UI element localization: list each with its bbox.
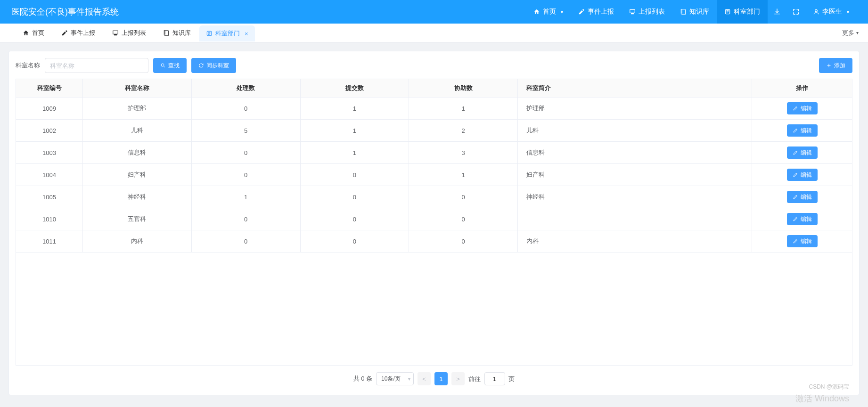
- edit-button[interactable]: 编辑: [787, 102, 818, 114]
- filter-input[interactable]: [45, 58, 148, 73]
- table-empty-space: [16, 252, 852, 366]
- nav-label: 知识库: [689, 8, 709, 16]
- home-icon: [533, 8, 540, 15]
- fullscreen-button[interactable]: [786, 0, 805, 24]
- panel: 科室名称 查找 同步科室 添加 科室编号 科室名称 处理数: [8, 51, 860, 395]
- nav-home[interactable]: 首页 ▾: [526, 0, 571, 24]
- dept-icon: [206, 30, 213, 37]
- button-label: 编辑: [801, 215, 812, 223]
- tab-label: 首页: [32, 29, 44, 37]
- tab-home[interactable]: 首页: [14, 24, 53, 42]
- table-row: 1005神经科100神经科编辑: [16, 186, 852, 208]
- cell-action: 编辑: [752, 142, 852, 164]
- top-bar: 医院安全(不良)事件报告系统 首页 ▾ 事件上报 上报列表 知识库 科室部门: [0, 0, 868, 24]
- cell-assist: 0: [409, 208, 518, 230]
- book-icon: [163, 30, 170, 36]
- user-menu[interactable]: 李医生 ▾: [805, 0, 857, 24]
- cell-submit: 0: [300, 208, 409, 230]
- pencil-icon: [793, 216, 798, 222]
- cell-submit: 0: [300, 230, 409, 252]
- nav-kb[interactable]: 知识库: [672, 0, 717, 24]
- table-row: 1009护理部011护理部编辑: [16, 98, 852, 120]
- tab-label: 知识库: [172, 29, 191, 37]
- filter-label: 科室名称: [16, 61, 40, 70]
- cell-id: 1011: [16, 230, 83, 252]
- col-name: 科室名称: [83, 79, 192, 98]
- goto-suffix: 页: [508, 375, 515, 383]
- chevron-down-icon: ▾: [561, 9, 563, 15]
- edit-icon: [578, 8, 585, 15]
- pager-page-1[interactable]: 1: [434, 372, 448, 385]
- search-icon: [160, 63, 166, 68]
- col-desc: 科室简介: [518, 79, 752, 98]
- button-label: 编辑: [801, 127, 812, 135]
- edit-button[interactable]: 编辑: [787, 235, 818, 247]
- tab-kb[interactable]: 知识库: [155, 24, 199, 42]
- tab-report[interactable]: 事件上报: [53, 24, 104, 42]
- edit-icon: [61, 30, 68, 36]
- dept-icon: [724, 8, 731, 15]
- page-size-label: 10条/页: [381, 375, 401, 383]
- monitor-icon: [112, 30, 119, 36]
- cell-name: 五官科: [83, 208, 192, 230]
- cell-id: 1003: [16, 142, 83, 164]
- cell-process: 1: [191, 186, 300, 208]
- cell-id: 1010: [16, 208, 83, 230]
- col-id: 科室编号: [16, 79, 83, 98]
- button-label: 添加: [834, 62, 845, 70]
- more-label: 更多: [842, 29, 854, 37]
- cell-submit: 1: [300, 120, 409, 142]
- table-row: 1003信息科013信息科编辑: [16, 142, 852, 164]
- tab-close-icon[interactable]: ×: [245, 30, 248, 37]
- button-label: 编辑: [801, 237, 812, 245]
- cell-id: 1002: [16, 120, 83, 142]
- cell-process: 0: [191, 208, 300, 230]
- cell-submit: 0: [300, 164, 409, 186]
- add-button[interactable]: 添加: [819, 58, 852, 73]
- search-button[interactable]: 查找: [153, 58, 187, 73]
- goto-input[interactable]: [484, 372, 505, 385]
- pager-prev[interactable]: <: [418, 372, 431, 385]
- tabs-more[interactable]: 更多 ▾: [842, 29, 859, 37]
- sync-button[interactable]: 同步科室: [191, 58, 236, 73]
- nav-report[interactable]: 事件上报: [571, 0, 622, 24]
- user-name: 李医生: [822, 8, 842, 16]
- button-label: 编辑: [801, 193, 812, 201]
- cell-process: 0: [191, 230, 300, 252]
- cell-assist: 0: [409, 186, 518, 208]
- tab-list[interactable]: 上报列表: [104, 24, 155, 42]
- tab-dept[interactable]: 科室部门 ×: [199, 25, 255, 41]
- pager-total: 共 0 条: [353, 374, 372, 383]
- edit-button[interactable]: 编辑: [787, 147, 818, 159]
- page-size-select[interactable]: 10条/页 ▾: [376, 372, 414, 385]
- cell-submit: 1: [300, 142, 409, 164]
- cell-action: 编辑: [752, 120, 852, 142]
- col-submit: 提交数: [300, 79, 409, 98]
- cell-process: 5: [191, 120, 300, 142]
- table-row: 1004妇产科001妇产科编辑: [16, 164, 852, 186]
- toolbar: 科室名称 查找 同步科室 添加: [16, 58, 852, 73]
- edit-button[interactable]: 编辑: [787, 213, 818, 225]
- download-icon: [773, 8, 781, 16]
- cell-assist: 2: [409, 120, 518, 142]
- home-icon: [23, 30, 29, 36]
- nav-label: 上报列表: [639, 8, 665, 16]
- cell-process: 0: [191, 142, 300, 164]
- edit-button[interactable]: 编辑: [787, 124, 818, 137]
- content: 科室名称 查找 同步科室 添加 科室编号 科室名称 处理数: [0, 42, 868, 404]
- pencil-icon: [793, 150, 798, 155]
- cell-action: 编辑: [752, 230, 852, 252]
- cell-action: 编辑: [752, 186, 852, 208]
- nav-dept[interactable]: 科室部门: [717, 0, 768, 24]
- edit-button[interactable]: 编辑: [787, 169, 818, 181]
- tabs-bar: 首页 事件上报 上报列表 知识库 科室部门 × 更多 ▾: [0, 24, 868, 42]
- cell-name: 信息科: [83, 142, 192, 164]
- edit-button[interactable]: 编辑: [787, 191, 818, 203]
- cell-desc: 神经科: [518, 186, 752, 208]
- download-button[interactable]: [768, 0, 786, 24]
- cell-desc: 信息科: [518, 142, 752, 164]
- pager-next[interactable]: >: [451, 372, 465, 385]
- plus-icon: [826, 63, 832, 68]
- nav-list[interactable]: 上报列表: [622, 0, 672, 24]
- cell-process: 0: [191, 164, 300, 186]
